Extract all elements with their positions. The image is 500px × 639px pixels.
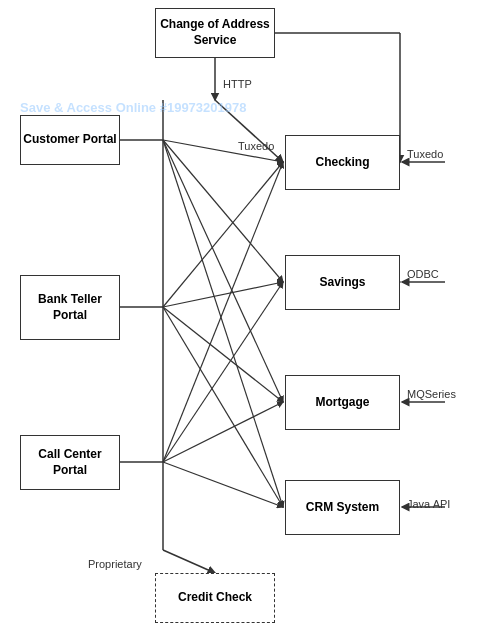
http-label: HTTP [223, 78, 252, 90]
svg-line-10 [163, 140, 283, 402]
svg-line-14 [163, 307, 283, 402]
crm-system-label: CRM System [306, 500, 379, 516]
svg-line-9 [163, 140, 283, 282]
svg-line-16 [163, 162, 283, 462]
svg-line-18 [163, 402, 283, 462]
checking-label: Checking [315, 155, 369, 171]
svg-line-12 [163, 162, 283, 307]
change-of-address-box: Change of Address Service [155, 8, 275, 58]
diagram: Change of Address Service Customer Porta… [0, 0, 500, 639]
mortgage-label: Mortgage [316, 395, 370, 411]
mortgage-box: Mortgage [285, 375, 400, 430]
call-center-portal-box: Call Center Portal [20, 435, 120, 490]
crm-system-box: CRM System [285, 480, 400, 535]
svg-line-11 [163, 140, 283, 507]
proprietary-label: Proprietary [88, 558, 142, 570]
call-center-portal-label: Call Center Portal [21, 447, 119, 478]
credit-check-box: Credit Check [155, 573, 275, 623]
tuxedo-left-label: Tuxedo [238, 140, 274, 152]
svg-line-1 [215, 100, 283, 162]
svg-line-20 [163, 550, 215, 573]
watermark: Save & Access Online #19973201978 [20, 100, 246, 115]
change-of-address-label: Change of Address Service [156, 17, 274, 48]
svg-line-13 [163, 282, 283, 307]
java-api-label: Java API [407, 498, 450, 510]
checking-box: Checking [285, 135, 400, 190]
credit-check-label: Credit Check [178, 590, 252, 606]
svg-line-19 [163, 462, 283, 507]
bank-teller-portal-label: Bank Teller Portal [21, 292, 119, 323]
bank-teller-portal-box: Bank Teller Portal [20, 275, 120, 340]
mqseries-label: MQSeries [407, 388, 456, 400]
svg-line-15 [163, 307, 283, 507]
savings-label: Savings [319, 275, 365, 291]
customer-portal-label: Customer Portal [23, 132, 116, 148]
odbc-label: ODBC [407, 268, 439, 280]
savings-box: Savings [285, 255, 400, 310]
svg-line-17 [163, 282, 283, 462]
tuxedo-right-label: Tuxedo [407, 148, 443, 160]
customer-portal-box: Customer Portal [20, 115, 120, 165]
